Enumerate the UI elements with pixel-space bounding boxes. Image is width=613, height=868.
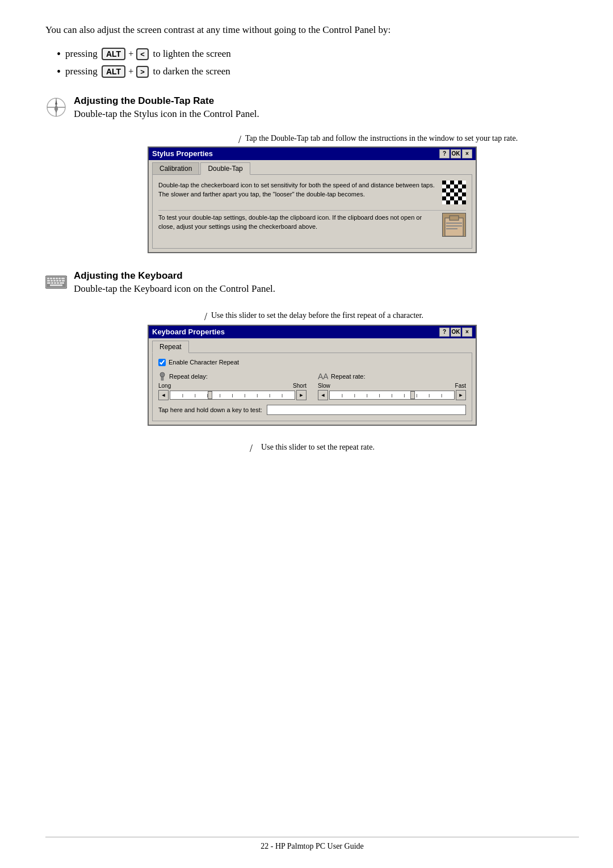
svg-rect-33	[56, 278, 58, 279]
checkerboard-icon	[442, 181, 466, 204]
stylus-dialog-content: Double-tap the checkerboard icon to set …	[152, 174, 472, 249]
repeat-rate-callout: / Use this slider to set the repeat rate…	[45, 443, 579, 452]
kbd-close-button[interactable]: ×	[462, 328, 472, 337]
double-tap-row2-text: To test your double-tap settings, double…	[158, 213, 436, 232]
double-tap-section: Adjusting the Double-Tap Rate Double-tap…	[45, 95, 579, 130]
svg-rect-7	[458, 181, 462, 184]
keyboard-text-block: Adjusting the Keyboard Double-tap the Ke…	[74, 270, 579, 305]
kbd-test-input[interactable]	[267, 405, 466, 415]
repeat-rate-left-btn[interactable]: ◄	[318, 390, 328, 400]
stylus-properties-dialog: Stylus Properties ? OK × Calibration Dou…	[45, 146, 579, 253]
stylus-titlebar-buttons[interactable]: ? OK ×	[439, 149, 472, 158]
keyboard-delay-callout: / Use this slider to set the delay befor…	[204, 310, 579, 321]
stylus-help-button[interactable]: ?	[439, 149, 450, 158]
keyboard-section-body: Double-tap the Keyboard icon on the Cont…	[74, 282, 579, 296]
repeat-delay-range: Long Short	[158, 383, 306, 389]
stylus-icon	[45, 97, 68, 119]
svg-rect-40	[59, 280, 61, 282]
svg-rect-49	[161, 377, 163, 380]
bullet-item-2: • pressing ALT + > to darken the screen	[57, 65, 579, 78]
repeat-rate-ticks	[330, 391, 454, 399]
double-tap-text-block: Adjusting the Double-Tap Rate Double-tap…	[74, 95, 579, 130]
keyboard-properties-dialog: Keyboard Properties ? OK × Repeat Enable…	[45, 325, 579, 426]
svg-rect-18	[450, 196, 454, 200]
repeat-rate-track-inner[interactable]	[329, 391, 455, 400]
svg-rect-6	[450, 181, 454, 184]
repeat-delay-track-inner[interactable]	[170, 391, 295, 400]
svg-text:AA: AA	[318, 372, 328, 381]
kbd-tabs: Repeat	[149, 338, 476, 353]
greater-key: >	[136, 66, 149, 78]
repeat-rate-right-btn[interactable]: ►	[456, 390, 466, 400]
svg-rect-36	[47, 280, 50, 282]
svg-rect-9	[454, 184, 458, 188]
svg-rect-21	[454, 200, 458, 204]
svg-rect-13	[458, 188, 462, 192]
repeat-rate-thumb[interactable]	[410, 391, 415, 399]
stylus-dialog-title: Stylus Properties	[152, 149, 213, 158]
stylus-dialog-titlebar: Stylus Properties ? OK ×	[149, 148, 476, 160]
keyboard-section-header: Adjusting the Keyboard Double-tap the Ke…	[45, 270, 579, 305]
clipboard-icon	[442, 213, 466, 237]
svg-rect-38	[53, 280, 56, 282]
repeat-delay-group: Repeat delay: Long Short ◄	[158, 372, 306, 400]
kbd-titlebar-buttons[interactable]: ? OK ×	[439, 328, 472, 337]
svg-rect-30	[47, 278, 49, 279]
double-tap-title: Adjusting the Double-Tap Rate	[74, 95, 579, 107]
bullet-text-after-1: to lighten the screen	[153, 48, 230, 60]
keyboard-section: Adjusting the Keyboard Double-tap the Ke…	[45, 270, 579, 305]
svg-rect-37	[51, 280, 53, 282]
kbd-test-row: Tap here and hold down a key to test:	[158, 405, 466, 415]
repeat-delay-header: Repeat delay:	[158, 372, 306, 381]
repeat-delay-label: Repeat delay:	[169, 373, 208, 380]
repeat-rate-track[interactable]: ◄	[318, 390, 466, 400]
enable-repeat-checkbox[interactable]	[158, 359, 166, 366]
stylus-ok-button[interactable]: OK	[451, 149, 461, 158]
repeat-rate-header: AA Repeat rate:	[318, 372, 466, 381]
repeat-delay-right: Short	[293, 383, 306, 389]
plus-1: +	[128, 49, 133, 59]
repeat-rate-range: Slow Fast	[318, 383, 466, 389]
svg-rect-25	[446, 223, 462, 224]
alt-key-2: ALT	[102, 65, 125, 78]
svg-rect-35	[61, 278, 65, 279]
svg-rect-23	[445, 218, 463, 236]
bullet-text-after-2: to darken the screen	[153, 66, 230, 77]
kbd-ok-button[interactable]: OK	[451, 328, 461, 337]
repeat-delay-left: Long	[158, 383, 171, 389]
svg-rect-39	[56, 280, 58, 282]
repeat-rate-group: AA Repeat rate: Slow Fast ◄	[318, 372, 466, 400]
repeat-delay-right-btn[interactable]: ►	[296, 390, 306, 400]
repeat-delay-left-btn[interactable]: ◄	[158, 390, 169, 400]
keyboard-section-title: Adjusting the Keyboard	[74, 270, 579, 282]
footer: 22 - HP Palmtop PC User Guide	[45, 837, 579, 851]
rate-icon: AA	[318, 372, 328, 381]
svg-rect-41	[62, 280, 65, 282]
svg-rect-12	[450, 188, 454, 192]
enable-repeat-label: Enable Character Repeat	[169, 359, 239, 366]
tab-double-tap[interactable]: Double-Tap	[200, 162, 250, 175]
stylus-close-button[interactable]: ×	[462, 149, 472, 158]
alt-key-1: ALT	[102, 48, 125, 60]
kbd-checkbox-row: Enable Character Repeat	[158, 359, 466, 366]
repeat-delay-thumb[interactable]	[208, 391, 212, 399]
keyboard-icon	[45, 271, 68, 294]
svg-rect-24	[450, 216, 459, 220]
tab-calibration[interactable]: Calibration	[152, 162, 199, 174]
svg-point-48	[160, 372, 165, 377]
svg-rect-34	[58, 278, 61, 279]
svg-rect-20	[446, 200, 450, 204]
kbd-dialog-content: Enable Character Repeat Repeat delay: Lo…	[152, 353, 472, 421]
bullet-dot-2: •	[57, 65, 61, 78]
double-tap-row-1: Double-tap the checkerboard icon to set …	[158, 181, 466, 204]
svg-rect-17	[442, 196, 446, 200]
repeat-delay-track[interactable]: ◄	[158, 390, 306, 400]
intro-paragraph: You can also adjust the screen contrast …	[45, 23, 579, 37]
tab-repeat[interactable]: Repeat	[152, 341, 189, 353]
svg-rect-46	[60, 282, 64, 284]
svg-rect-16	[462, 192, 466, 196]
svg-rect-31	[50, 278, 52, 279]
kbd-help-button[interactable]: ?	[439, 328, 450, 337]
svg-rect-11	[442, 188, 446, 192]
kbd-dialog-title: Keyboard Properties	[152, 328, 225, 336]
